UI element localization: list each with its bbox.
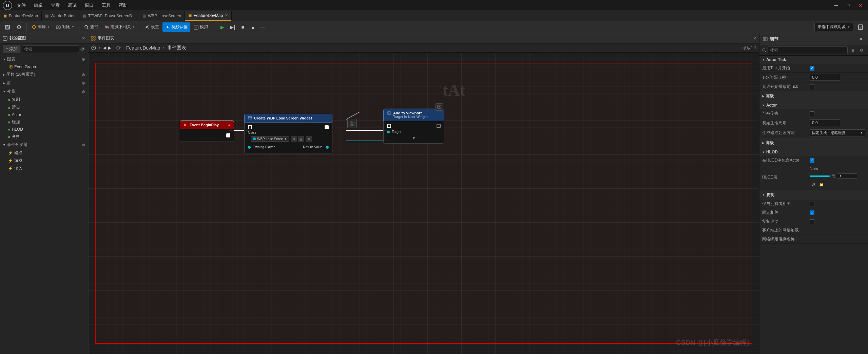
expand-button[interactable]: ▼: [387, 136, 441, 141]
functions-add-button[interactable]: ⊕: [82, 72, 85, 77]
settings-button[interactable]: 设置: [142, 22, 162, 32]
save-button[interactable]: [2, 22, 13, 32]
event-dispatchers-add-button[interactable]: ⊕: [82, 143, 85, 147]
class-clear-btn[interactable]: ✕: [306, 136, 312, 142]
var-render[interactable]: ■ 渲染: [0, 104, 88, 111]
variables-add-button[interactable]: ⊕: [82, 89, 85, 94]
actor-header[interactable]: ▼ Actor: [759, 101, 868, 109]
browse-button[interactable]: [14, 22, 24, 32]
svg-point-10: [85, 25, 88, 28]
details-search-input[interactable]: [768, 46, 848, 54]
menu-view[interactable]: 查看: [50, 2, 61, 9]
tick-interval-input[interactable]: [810, 74, 840, 81]
event-graph-item[interactable]: EventGraph: [0, 63, 88, 70]
class-find-btn[interactable]: ◎: [298, 136, 304, 142]
replicate-header[interactable]: ▼ 复制: [759, 190, 868, 200]
include-in-hlod-checkbox[interactable]: ✓: [810, 158, 814, 163]
diff-button[interactable]: 对比 ▼: [53, 22, 77, 32]
macros-add-button[interactable]: ⊕: [82, 81, 85, 86]
only-owner-relevant-checkbox[interactable]: [810, 202, 814, 206]
menu-help[interactable]: 帮助: [117, 2, 129, 9]
details-settings-icon[interactable]: ⚙: [858, 46, 865, 54]
eject-button[interactable]: ▲: [248, 22, 258, 32]
event-dispatchers-section[interactable]: ▼ 事件分发器 ⊕: [0, 141, 88, 149]
menu-tools[interactable]: 工具: [100, 2, 112, 9]
can-be-damaged-checkbox[interactable]: [810, 111, 814, 116]
menu-edit[interactable]: 编辑: [33, 2, 44, 9]
enable-tick-checkbox[interactable]: ✓: [810, 66, 814, 71]
hide-button[interactable]: 隐藏不相关 ▼: [102, 22, 138, 32]
details-close-button[interactable]: ✕: [857, 35, 865, 43]
always-relevant-checkbox[interactable]: ✓: [810, 210, 814, 215]
tab-pausescreen[interactable]: ▦ TPWBP_PauseScreenB...: [79, 11, 139, 21]
advanced-1-header[interactable]: ▶ 高级: [759, 92, 868, 101]
event-game[interactable]: ⚡ 游戏: [0, 157, 88, 165]
replicate-movement-checkbox[interactable]: [810, 219, 814, 224]
play-button[interactable]: ▶: [218, 22, 227, 32]
navigator-icon[interactable]: [91, 45, 96, 51]
event-graph-panel-icon: [91, 36, 96, 41]
details-search-icon: [762, 48, 766, 52]
initial-life-span-input[interactable]: [810, 119, 840, 126]
var-hlod[interactable]: ■ HLOD: [0, 126, 88, 133]
nav-forward-button[interactable]: ▶: [108, 45, 111, 50]
debug-selector[interactable]: 未选中调试对象 ▼: [814, 23, 853, 31]
left-panel: 我的蓝图 ✕ + 添加 ▼ 图表 ⊕ EventGraph: [0, 33, 88, 354]
event-graph-canvas[interactable]: tAt Event Beg: [88, 53, 759, 354]
macros-section[interactable]: ▶ 宏 ⊕: [0, 79, 88, 87]
svg-point-43: [351, 123, 353, 125]
node-add-viewport[interactable]: Add to Viewport Target is User Widget Ta…: [383, 109, 444, 144]
advance-frame-button[interactable]: ▶|: [228, 22, 237, 32]
stop-button[interactable]: ■: [238, 22, 248, 32]
allow-tick-checkbox[interactable]: [810, 85, 814, 89]
tab-close-button[interactable]: ✕: [225, 13, 228, 18]
svg-rect-9: [59, 26, 60, 29]
default-values-button[interactable]: 类默认值: [162, 22, 190, 32]
node-event-beginplay[interactable]: Event BeginPlay ●: [180, 120, 234, 142]
var-collision[interactable]: ■ 碰撞: [0, 118, 88, 126]
tab-warriorbutton[interactable]: ▦ WarriorButton: [42, 11, 79, 21]
blueprint-settings-icon[interactable]: [80, 47, 85, 52]
add-button[interactable]: + 添加: [3, 45, 20, 53]
maximize-button[interactable]: □: [844, 1, 853, 10]
var-actor[interactable]: ■ Actor: [0, 111, 88, 118]
variables-section[interactable]: ▼ 变量 ⊕: [0, 87, 88, 96]
debug-icon-button[interactable]: [855, 22, 866, 32]
graphs-section[interactable]: ▼ 图表 ⊕: [0, 55, 88, 63]
hlod-layer-dropdown[interactable]: ▼: [837, 173, 857, 179]
play-options-button[interactable]: ⋯: [258, 22, 268, 32]
close-button[interactable]: ✕: [856, 1, 865, 10]
spawn-collision-dropdown[interactable]: 固定生成，忽略碰撞 ▼: [810, 129, 865, 136]
hlod-header[interactable]: ▼ HLOD: [759, 148, 868, 156]
hlod-reset-button[interactable]: ↺: [810, 181, 817, 188]
compile-button[interactable]: ! 编译 ▼: [29, 22, 53, 32]
simulate-button[interactable]: ≈ 模拟: [191, 22, 211, 32]
var-transform[interactable]: ■ 变换: [0, 133, 88, 141]
class-settings-btn[interactable]: ⊕: [291, 136, 297, 142]
minimize-button[interactable]: ─: [831, 1, 841, 10]
node-create-widget[interactable]: Create WBP Lose Screen Widget Class: [244, 114, 332, 153]
graphs-add-button[interactable]: ⊕: [82, 57, 85, 62]
menu-debug[interactable]: 调试: [66, 2, 78, 9]
find-button[interactable]: 查找: [81, 22, 101, 32]
hlod-browse-button[interactable]: 📁: [818, 181, 825, 188]
event-graph-close[interactable]: ✕: [753, 36, 756, 41]
tab-featuredevmap-1[interactable]: ▣ FeatureDevMap: [0, 11, 42, 21]
menu-file[interactable]: 文件: [16, 2, 27, 9]
actor-tick-header[interactable]: ▼ Actor Tick: [759, 56, 868, 64]
breadcrumb-icon: [116, 45, 121, 51]
menu-window[interactable]: 窗口: [83, 2, 95, 9]
var-copy[interactable]: ■ 复制: [0, 96, 88, 104]
nav-back-button[interactable]: ◀: [103, 45, 106, 50]
tab-featuredevmap-2[interactable]: ▣ FeatureDevMap ✕: [185, 11, 232, 21]
functions-section[interactable]: ▶ 函数 (20可覆盖) ⊕: [0, 70, 88, 79]
details-grid-icon[interactable]: ⊞: [849, 46, 856, 54]
return-value-pin: [326, 146, 329, 149]
blueprint-search-input[interactable]: [22, 45, 79, 53]
event-collision[interactable]: ⚡ 碰撞: [0, 149, 88, 157]
my-blueprint-close[interactable]: ✕: [82, 36, 85, 41]
advanced-2-header[interactable]: ▶ 高级: [759, 138, 868, 148]
tab-losescreen[interactable]: ▦ WBP_LoseScreen: [139, 11, 185, 21]
class-value[interactable]: WBP Lose Scree ▼: [251, 136, 289, 142]
event-input[interactable]: ⚡ 输入: [0, 165, 88, 172]
